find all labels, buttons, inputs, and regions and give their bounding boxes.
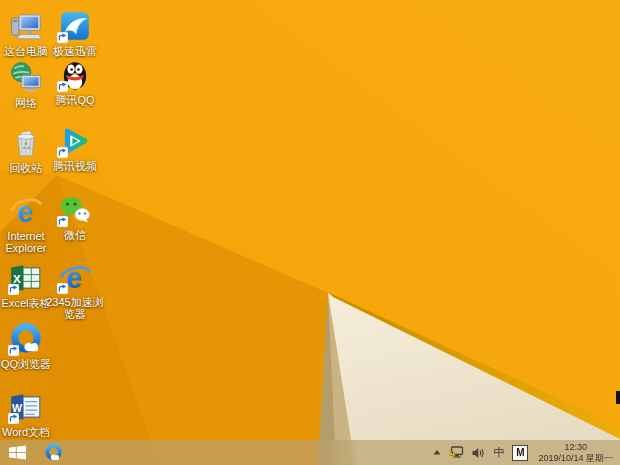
shortcut-arrow-icon — [8, 284, 19, 295]
icon-label: 腾讯QQ — [55, 94, 94, 106]
icon-label: 这台电脑 — [4, 45, 48, 57]
icon-label: 极速迅雷 — [53, 45, 97, 57]
show-hidden-icons-chevron-icon[interactable] — [433, 450, 441, 455]
shortcut-arrow-icon — [8, 413, 19, 424]
desktop-icon-2345-browser[interactable]: e 2345加速浏览器 — [44, 260, 106, 320]
icon-label: 微信 — [64, 229, 86, 241]
recycle-bin-icon — [9, 126, 43, 160]
this-pc-icon — [9, 9, 43, 43]
shortcut-arrow-icon — [57, 283, 68, 294]
icon-label: 2345加速浏览器 — [44, 296, 106, 320]
shortcut-arrow-icon — [8, 345, 19, 356]
desktop-icon-qq-browser[interactable]: QQ浏览器 — [0, 322, 54, 370]
icon-label: 网络 — [15, 97, 37, 109]
shortcut-arrow-icon — [57, 216, 68, 227]
system-tray: 中 M 12:30 2019/10/14 星期一 — [433, 440, 620, 465]
icon-label: 腾讯视频 — [53, 160, 97, 172]
desktop-icon-word[interactable]: W Word文档 — [0, 390, 54, 438]
desktop-icon-tencent-qq[interactable]: 腾讯QQ — [44, 58, 106, 106]
icon-label: QQ浏览器 — [1, 358, 51, 370]
screen-edge-artifact — [616, 391, 620, 404]
svg-text:X: X — [13, 272, 21, 285]
qq-browser-icon — [44, 443, 63, 462]
clock-date: 2019/10/14 星期一 — [538, 453, 613, 464]
desktop-icon-wechat[interactable]: 微信 — [44, 193, 106, 241]
desktop-icon-thunder[interactable]: 极速迅雷 — [44, 9, 106, 57]
icon-label: 回收站 — [10, 162, 43, 174]
internet-explorer-icon: e — [9, 194, 43, 228]
clock-time: 12:30 — [538, 442, 613, 453]
windows-logo-icon — [9, 445, 26, 460]
shortcut-arrow-icon — [57, 81, 68, 92]
network-icon — [9, 61, 43, 95]
start-button[interactable] — [0, 440, 35, 465]
ime-language-indicator[interactable]: M — [512, 445, 528, 461]
volume-icon[interactable] — [472, 447, 485, 459]
icon-label: Word文档 — [2, 426, 50, 438]
network-status-icon[interactable] — [449, 446, 464, 459]
ime-mode-indicator[interactable]: 中 — [493, 440, 504, 465]
shortcut-arrow-icon — [57, 32, 68, 43]
svg-text:W: W — [12, 402, 22, 414]
taskbar: 中 M 12:30 2019/10/14 星期一 — [0, 440, 620, 465]
desktop-icon-tencent-video[interactable]: 腾讯视频 — [44, 124, 106, 172]
taskbar-qq-browser-button[interactable] — [35, 440, 72, 465]
taskbar-clock[interactable]: 12:30 2019/10/14 星期一 — [536, 442, 613, 463]
shortcut-arrow-icon — [57, 147, 68, 158]
